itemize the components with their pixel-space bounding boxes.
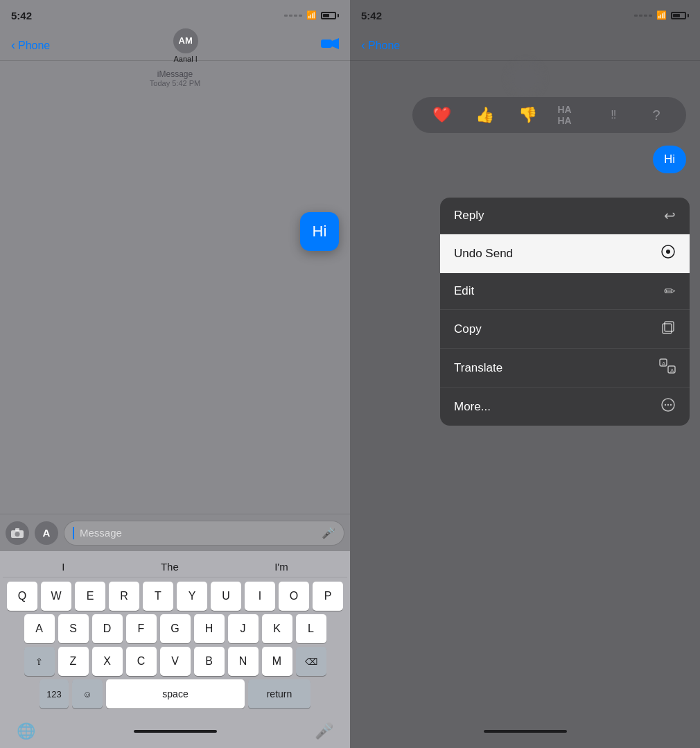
key-emoji[interactable]: ☺ bbox=[72, 679, 103, 708]
key-R[interactable]: R bbox=[109, 582, 139, 611]
reaction-haha[interactable]: HA HA bbox=[557, 102, 584, 128]
key-G[interactable]: G bbox=[160, 614, 191, 643]
key-F[interactable]: F bbox=[126, 614, 157, 643]
menu-icon-reply: ↩ bbox=[664, 207, 676, 224]
key-A[interactable]: A bbox=[24, 614, 55, 643]
signal-icon-right bbox=[634, 15, 652, 17]
svg-point-15 bbox=[667, 404, 669, 406]
status-bar-left: 5:42 📶 bbox=[0, 0, 350, 31]
key-M[interactable]: M bbox=[262, 647, 292, 676]
nav-bar-left: ‹ Phone AM Aanal I bbox=[0, 31, 350, 61]
right-panel: 5:42 📶 ‹ Phone ❤️ 👍 bbox=[350, 0, 700, 748]
time-right: 5:42 bbox=[361, 10, 382, 21]
home-indicator-right bbox=[484, 730, 567, 733]
key-E[interactable]: E bbox=[75, 582, 105, 611]
reaction-heart[interactable]: ❤️ bbox=[429, 102, 455, 128]
svg-point-14 bbox=[665, 404, 666, 406]
status-icons-left: 📶 bbox=[284, 10, 339, 20]
svg-rect-4 bbox=[15, 528, 19, 531]
back-button-left[interactable]: ‹ Phone bbox=[11, 38, 50, 53]
svg-point-16 bbox=[670, 404, 672, 406]
key-W[interactable]: W bbox=[41, 582, 71, 611]
bubble-text-right: Hi bbox=[664, 153, 675, 166]
context-menu: Reply ↩ Undo Send Edit ✏ Copy bbox=[440, 198, 690, 426]
reaction-thumbsdown[interactable]: 👎 bbox=[515, 102, 541, 128]
menu-icon-copy bbox=[660, 320, 676, 338]
suggestion-2[interactable]: The bbox=[161, 561, 179, 573]
key-T[interactable]: T bbox=[143, 582, 173, 611]
menu-label-edit: Edit bbox=[454, 284, 474, 298]
key-P[interactable]: P bbox=[313, 582, 343, 611]
menu-label-translate: Translate bbox=[454, 361, 502, 375]
reaction-thumbsup[interactable]: 👍 bbox=[472, 102, 498, 128]
reaction-bar: ❤️ 👍 👎 HA HA ‼ ? bbox=[412, 97, 686, 133]
key-H[interactable]: H bbox=[194, 614, 225, 643]
key-X[interactable]: X bbox=[92, 647, 123, 676]
menu-item-undo-send[interactable]: Undo Send bbox=[440, 234, 690, 273]
key-V[interactable]: V bbox=[160, 647, 191, 676]
menu-label-reply: Reply bbox=[454, 209, 484, 223]
mic-icon-bottom[interactable]: 🎤 bbox=[315, 722, 333, 740]
back-arrow-icon: ‹ bbox=[11, 38, 15, 53]
key-J[interactable]: J bbox=[228, 614, 259, 643]
key-numbers[interactable]: 123 bbox=[40, 679, 69, 708]
key-space[interactable]: space bbox=[106, 679, 245, 708]
status-bar-right: 5:42 📶 bbox=[350, 0, 700, 31]
keyboard-row-2: A S D F G H J K L bbox=[3, 614, 347, 643]
reaction-emphasis[interactable]: ‼ bbox=[600, 102, 627, 128]
key-N[interactable]: N bbox=[228, 647, 259, 676]
key-S[interactable]: S bbox=[58, 614, 89, 643]
key-D[interactable]: D bbox=[92, 614, 123, 643]
menu-icon-edit: ✏ bbox=[664, 283, 676, 299]
nav-bar-right: ‹ Phone bbox=[350, 31, 700, 61]
menu-icon-undo-send bbox=[660, 244, 676, 263]
key-I[interactable]: I bbox=[245, 582, 275, 611]
message-input[interactable]: Message 🎤 bbox=[64, 521, 344, 546]
key-C[interactable]: C bbox=[126, 647, 157, 676]
back-button-right[interactable]: ‹ Phone bbox=[361, 38, 400, 53]
menu-label-undo-send: Undo Send bbox=[454, 247, 513, 261]
key-B[interactable]: B bbox=[194, 647, 225, 676]
key-U[interactable]: U bbox=[211, 582, 241, 611]
menu-item-more[interactable]: More... bbox=[440, 388, 690, 426]
menu-item-copy[interactable]: Copy bbox=[440, 310, 690, 349]
key-Z[interactable]: Z bbox=[58, 647, 89, 676]
video-call-button[interactable] bbox=[321, 37, 339, 53]
bottom-bar-left: 🌐 🎤 bbox=[0, 715, 350, 748]
mic-icon-input: 🎤 bbox=[322, 526, 335, 539]
input-placeholder: Message bbox=[80, 527, 316, 539]
svg-text:A: A bbox=[662, 360, 666, 367]
message-bubble-right[interactable]: Hi bbox=[653, 146, 686, 173]
status-icons-right: 📶 bbox=[634, 10, 689, 20]
avatar-left[interactable]: AM bbox=[173, 28, 198, 53]
appstore-button[interactable]: A bbox=[35, 521, 58, 545]
wifi-icon-right: 📶 bbox=[656, 10, 667, 20]
suggestion-3[interactable]: I'm bbox=[274, 561, 288, 573]
reaction-question[interactable]: ? bbox=[643, 102, 670, 128]
key-Q[interactable]: Q bbox=[7, 582, 37, 611]
nav-center-left: AM Aanal I bbox=[173, 28, 198, 63]
menu-item-reply[interactable]: Reply ↩ bbox=[440, 198, 690, 234]
key-O[interactable]: O bbox=[279, 582, 309, 611]
keyboard-suggestions: I The I'm bbox=[3, 557, 347, 577]
suggestion-1[interactable]: I bbox=[62, 561, 64, 573]
key-Y[interactable]: Y bbox=[177, 582, 207, 611]
key-delete[interactable]: ⌫ bbox=[296, 647, 326, 676]
key-K[interactable]: K bbox=[262, 614, 292, 643]
menu-item-edit[interactable]: Edit ✏ bbox=[440, 273, 690, 310]
key-L[interactable]: L bbox=[296, 614, 326, 643]
menu-item-translate[interactable]: Translate A A bbox=[440, 349, 690, 388]
message-bubble-icon[interactable]: Hi bbox=[300, 212, 339, 251]
svg-rect-0 bbox=[321, 40, 332, 48]
time-left: 5:42 bbox=[11, 10, 32, 21]
camera-button[interactable] bbox=[6, 521, 29, 545]
home-indicator-left bbox=[134, 730, 217, 733]
key-return[interactable]: return bbox=[248, 679, 310, 708]
cursor bbox=[73, 527, 74, 539]
svg-point-6 bbox=[666, 250, 670, 254]
bubble-icon-text: Hi bbox=[313, 223, 327, 241]
menu-label-more: More... bbox=[454, 400, 491, 414]
svg-point-3 bbox=[15, 532, 20, 537]
globe-icon-left[interactable]: 🌐 bbox=[17, 722, 35, 740]
key-shift[interactable]: ⇧ bbox=[24, 647, 55, 676]
